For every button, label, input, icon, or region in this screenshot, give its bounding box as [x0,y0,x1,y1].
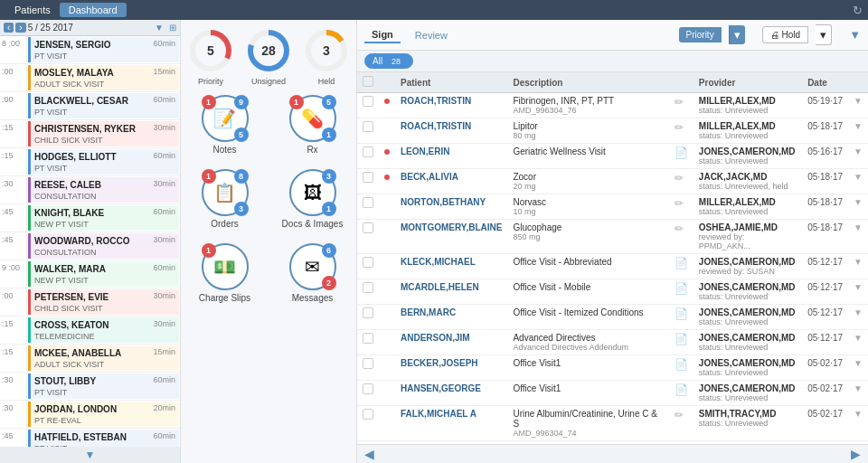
nav-tab-patients[interactable]: Patients [5,3,60,17]
row-more[interactable]: ▼ [848,169,868,194]
row-patient[interactable]: BECKER,JOSEPH [395,355,507,381]
more-button[interactable]: ▼ [854,257,863,267]
row-icon[interactable]: 📄 [669,330,693,355]
appointment-block[interactable]: CROSS, KEATON 30min TELEMEDICINE [28,317,179,343]
row-check[interactable] [357,254,379,279]
appointment-block[interactable]: KNIGHT, BLAKE 60min NEW PT VISIT [28,205,179,231]
row-patient[interactable]: HANSEN,GEORGE [395,381,507,406]
row-check[interactable] [357,406,379,441]
row-patient[interactable]: LEON,ERIN [395,144,507,169]
nav-tab-dashboard[interactable]: Dashboard [60,3,127,17]
section-docs[interactable]: 🖼 3 1 Docs & Images [272,169,353,229]
row-patient[interactable]: BERN,MARC [395,305,507,330]
more-button[interactable]: ▼ [854,146,863,156]
row-more[interactable]: ▼ [848,279,868,305]
row-more[interactable]: ▼ [848,144,868,169]
appointment-block[interactable]: STOUT, LIBBY 60min PT VISIT [28,373,179,399]
row-more[interactable]: ▼ [848,194,868,220]
filter-all[interactable]: All 28 [364,53,413,69]
row-more[interactable]: ▼ [848,118,868,144]
section-notes[interactable]: 📝 1 9 5 Notes [184,95,265,155]
header-checkbox[interactable] [363,76,373,87]
scroll-left[interactable]: ◀ [364,447,374,461]
row-icon[interactable]: ✏ [669,93,693,118]
more-button[interactable]: ▼ [854,409,863,419]
more-button[interactable]: ▼ [854,358,863,368]
row-more[interactable]: ▼ [848,220,868,254]
row-more[interactable]: ▼ [848,305,868,330]
more-button[interactable]: ▼ [854,96,863,106]
row-more[interactable]: ▼ [848,406,868,441]
row-checkbox[interactable] [363,333,373,344]
doc-icon[interactable]: ✏ [675,222,684,235]
row-icon[interactable]: 📄 [669,279,693,305]
hold-button[interactable]: 🖨 Hold [762,26,808,43]
row-check[interactable] [357,169,379,194]
row-patient[interactable]: ROACH,TRISTIN [395,93,507,118]
tab-sign[interactable]: Sign [364,27,401,43]
row-icon[interactable]: ✏ [669,169,693,194]
appointment-block[interactable]: WOODWARD, ROCCO 30min CONSULTATION [28,233,179,259]
row-icon[interactable]: 📄 [669,305,693,330]
row-checkbox[interactable] [363,172,373,183]
more-button[interactable]: ▼ [854,222,863,232]
row-icon[interactable]: ✏ [669,406,693,441]
section-charge-slips[interactable]: 💵 1 Charge Slips [184,243,265,303]
row-checkbox[interactable] [363,121,373,132]
priority-dropdown-button[interactable]: ▾ [729,25,745,44]
unsigned-donut[interactable]: 28 [245,27,292,74]
doc-icon[interactable]: ✏ [675,172,684,184]
row-icon[interactable]: 📄 [669,144,693,169]
row-checkbox[interactable] [363,257,373,268]
appointment-block[interactable]: CHRISTENSEN, RYKER 30min CHILD SICK VISI… [28,121,179,146]
row-check[interactable] [357,194,379,220]
doc-icon[interactable]: ✏ [675,409,684,421]
row-checkbox[interactable] [363,383,373,394]
row-check[interactable] [357,355,379,381]
row-checkbox[interactable] [363,358,373,369]
doc-icon[interactable]: 📄 [675,282,688,295]
row-check[interactable] [357,93,379,118]
row-check[interactable] [357,279,379,305]
doc-icon[interactable]: ✏ [675,96,684,109]
doc-icon[interactable]: 📄 [675,383,688,396]
more-button[interactable]: ▼ [854,307,863,317]
schedule-filter-icon[interactable]: ▼ [155,23,164,33]
section-messages[interactable]: ✉ 6 2 Messages [272,243,353,303]
appointment-block[interactable]: MCKEE, ANABELLA 15min ADULT SICK VISIT [28,345,179,371]
scroll-right[interactable]: ▶ [851,447,861,461]
row-icon[interactable]: 📄 [669,355,693,381]
appointment-block[interactable]: WALKER, MARA 60min NEW PT VISIT [28,261,179,287]
row-patient[interactable]: ROACH,TRISTIN [395,118,507,144]
row-checkbox[interactable] [363,197,373,208]
more-button[interactable]: ▼ [854,197,863,207]
priority-donut[interactable]: 5 [187,27,234,74]
doc-icon[interactable]: ✏ [675,197,684,210]
row-patient[interactable]: MCARDLE,HELEN [395,279,507,305]
row-icon[interactable]: ✏ [669,194,693,220]
section-orders[interactable]: 📋 1 8 3 Orders [184,169,265,229]
appointment-block[interactable]: HODGES, ELLIOTT 60min PT VISIT [28,149,179,175]
row-patient[interactable]: FALK,MICHAEL A [395,406,507,441]
hold-dropdown-button[interactable]: ▾ [816,24,832,45]
row-checkbox[interactable] [363,222,373,233]
row-checkbox[interactable] [363,409,373,420]
appointment-block[interactable]: HATFIELD, ESTEBAN 60min PT VISIT [28,430,179,447]
row-icon[interactable]: 📄 [669,381,693,406]
row-checkbox[interactable] [363,307,373,318]
more-button[interactable]: ▼ [854,383,863,393]
row-more[interactable]: ▼ [848,254,868,279]
row-patient[interactable]: MONTGOMERY,BLAINE [395,220,507,254]
row-icon[interactable]: ✏ [669,118,693,144]
doc-icon[interactable]: 📄 [675,307,688,320]
schedule-nav-next[interactable]: › [15,23,25,33]
appointment-block[interactable]: JENSEN, SERGIO 60min PT VISIT [28,37,179,62]
row-check[interactable] [357,330,379,355]
schedule-layout-icon[interactable]: ⊞ [169,23,176,33]
doc-icon[interactable]: 📄 [675,358,688,371]
schedule-nav-prev[interactable]: ‹ [4,23,14,33]
row-patient[interactable]: BECK,ALIVIA [395,169,507,194]
more-button[interactable]: ▼ [854,121,863,131]
row-check[interactable] [357,381,379,406]
appointment-block[interactable]: MOSLEY, MALAYA 15min ADULT SICK VISIT [28,65,179,90]
